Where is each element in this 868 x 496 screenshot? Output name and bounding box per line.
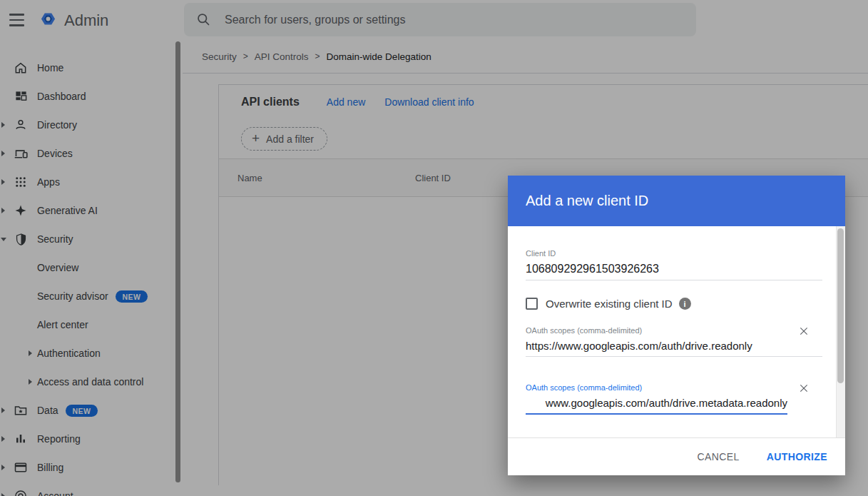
oauth-scope-2-underline — [526, 413, 787, 415]
cancel-button[interactable]: CANCEL — [698, 451, 740, 462]
client-id-underline — [526, 280, 822, 280]
authorize-button[interactable]: AUTHORIZE — [767, 451, 827, 462]
oauth-scope-1-underline — [526, 356, 822, 357]
dialog-footer: CANCEL AUTHORIZE — [508, 437, 845, 475]
oauth-scope-field-2: OAuth scopes (comma-delimited) www.googl… — [526, 383, 787, 415]
close-icon — [798, 325, 810, 337]
client-id-field: Client ID 106809292961503926263 — [526, 249, 822, 280]
dialog-body: Client ID 106809292961503926263 Overwrit… — [508, 226, 845, 437]
dialog-title: Add a new client ID — [526, 193, 648, 209]
dialog-scrollbar-thumb[interactable] — [837, 228, 844, 383]
close-icon — [798, 383, 810, 394]
add-client-id-dialog: Add a new client ID Client ID 1068092929… — [508, 176, 845, 475]
info-icon[interactable]: i — [679, 298, 691, 310]
overwrite-checkbox-row[interactable]: Overwrite existing client ID i — [526, 298, 691, 310]
remove-scope-2-button[interactable] — [796, 380, 812, 396]
admin-console: Admin Search for users, groups or settin… — [0, 0, 868, 496]
oauth-scope-1-input[interactable]: https://www.googleapis.com/auth/drive.re… — [526, 340, 822, 352]
oauth-scope-2-label: OAuth scopes (comma-delimited) — [526, 383, 787, 392]
oauth-scope-2-input[interactable]: www.googleapis.com/auth/drive.metadata.r… — [526, 397, 787, 409]
overwrite-label: Overwrite existing client ID — [546, 298, 673, 310]
dialog-scrollbar-track — [836, 226, 845, 437]
overwrite-checkbox[interactable] — [526, 298, 538, 310]
dialog-header: Add a new client ID — [508, 176, 845, 226]
remove-scope-1-button[interactable] — [796, 323, 812, 339]
client-id-input[interactable]: 106809292961503926263 — [526, 263, 822, 275]
client-id-label: Client ID — [526, 249, 822, 258]
oauth-scope-1-label: OAuth scopes (comma-delimited) — [526, 326, 822, 335]
oauth-scope-field-1: OAuth scopes (comma-delimited) https://w… — [526, 326, 822, 357]
